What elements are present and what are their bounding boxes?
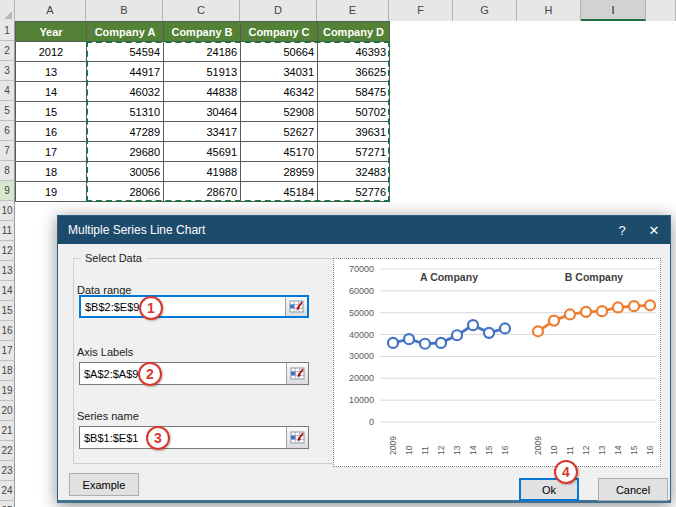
cell-B5[interactable]: 51310 [87, 102, 164, 122]
cell-C6[interactable]: 33417 [164, 122, 241, 142]
cell-B1[interactable]: Company A [87, 22, 164, 42]
svg-text:12: 12 [581, 445, 591, 455]
cancel-button[interactable]: Cancel [598, 478, 668, 501]
cell-C3[interactable]: 51913 [164, 62, 241, 82]
row-header-15[interactable]: 15 [0, 301, 15, 321]
cell-B4[interactable]: 46032 [87, 82, 164, 102]
column-header-A[interactable]: A [15, 0, 86, 21]
cell-B3[interactable]: 44917 [87, 62, 164, 82]
row-header-8[interactable]: 8 [0, 161, 15, 181]
cell-E8[interactable]: 32483 [318, 162, 390, 182]
row-header-7[interactable]: 7 [0, 141, 15, 161]
column-header-H[interactable]: H [517, 0, 581, 21]
row-header-14[interactable]: 14 [0, 281, 15, 301]
example-button[interactable]: Example [69, 473, 139, 496]
cell-C9[interactable]: 28670 [164, 182, 241, 202]
cell-A9[interactable]: 19 [16, 182, 87, 202]
column-header-F[interactable]: F [389, 0, 453, 21]
cell-C8[interactable]: 41988 [164, 162, 241, 182]
row-header-5[interactable]: 5 [0, 101, 15, 121]
cell-A8[interactable]: 18 [16, 162, 87, 182]
dialog-titlebar[interactable]: Multiple Series Line Chart ? ✕ [58, 216, 670, 244]
row-header-20[interactable]: 20 [0, 401, 15, 421]
column-header-D[interactable]: D [240, 0, 317, 21]
help-icon[interactable]: ? [606, 216, 638, 244]
cell-D7[interactable]: 45170 [241, 142, 318, 162]
cell-C2[interactable]: 24186 [164, 42, 241, 62]
step-2-badge: 2 [138, 362, 162, 386]
cell-B2[interactable]: 54594 [87, 42, 164, 62]
cell-A5[interactable]: 15 [16, 102, 87, 122]
cell-D8[interactable]: 28959 [241, 162, 318, 182]
row-header-21[interactable]: 21 [0, 421, 15, 441]
axis-labels-field [79, 362, 309, 385]
cell-E2[interactable]: 46393 [318, 42, 390, 62]
cell-C1[interactable]: Company B [164, 22, 241, 42]
column-header-partial[interactable] [646, 0, 676, 21]
cell-D5[interactable]: 52908 [241, 102, 318, 122]
row-header-11[interactable]: 11 [0, 221, 15, 241]
cell-D1[interactable]: Company C [241, 22, 318, 42]
row-header-18[interactable]: 18 [0, 361, 15, 381]
svg-text:11: 11 [420, 446, 430, 455]
row-header-13[interactable]: 13 [0, 261, 15, 281]
row-header-22[interactable]: 22 [0, 441, 15, 461]
row-header-25[interactable]: 25 [0, 501, 15, 507]
column-header-I[interactable]: I [581, 0, 646, 21]
svg-text:14: 14 [468, 445, 478, 455]
row-header-9[interactable]: 9 [0, 181, 15, 201]
row-header-6[interactable]: 6 [0, 121, 15, 141]
cell-E4[interactable]: 58475 [318, 82, 390, 102]
cell-B7[interactable]: 29680 [87, 142, 164, 162]
cell-B8[interactable]: 30056 [87, 162, 164, 182]
range-picker-icon[interactable] [286, 363, 308, 384]
cell-C5[interactable]: 30464 [164, 102, 241, 122]
cell-C7[interactable]: 45691 [164, 142, 241, 162]
cell-D2[interactable]: 50664 [241, 42, 318, 62]
cell-E7[interactable]: 57271 [318, 142, 390, 162]
row-header-17[interactable]: 17 [0, 341, 15, 361]
cell-A2[interactable]: 2012 [16, 42, 87, 62]
cell-D4[interactable]: 46342 [241, 82, 318, 102]
row-header-10[interactable]: 10 [0, 201, 15, 221]
column-header-C[interactable]: C [163, 0, 240, 21]
cell-C4[interactable]: 44838 [164, 82, 241, 102]
cell-D9[interactable]: 45184 [241, 182, 318, 202]
row-header-12[interactable]: 12 [0, 241, 15, 261]
column-header-B[interactable]: B [86, 0, 163, 21]
cell-E6[interactable]: 39631 [318, 122, 390, 142]
row-header-3[interactable]: 3 [0, 61, 15, 81]
svg-text:A Company: A Company [420, 271, 478, 283]
row-header-19[interactable]: 19 [0, 381, 15, 401]
svg-text:70000: 70000 [349, 264, 374, 274]
select-all-corner[interactable] [0, 0, 15, 21]
cell-A6[interactable]: 16 [16, 122, 87, 142]
row-header-1[interactable]: 1 [0, 21, 15, 41]
column-header-G[interactable]: G [453, 0, 517, 21]
cell-E1[interactable]: Company D [318, 22, 390, 42]
column-header-E[interactable]: E [317, 0, 389, 21]
row-header-16[interactable]: 16 [0, 321, 15, 341]
cell-E3[interactable]: 36625 [318, 62, 390, 82]
data-range-input[interactable] [81, 297, 285, 316]
cell-B9[interactable]: 28066 [87, 182, 164, 202]
cell-B6[interactable]: 47289 [87, 122, 164, 142]
range-picker-icon[interactable] [286, 427, 308, 448]
row-header-2[interactable]: 2 [0, 41, 15, 61]
row-header-4[interactable]: 4 [0, 81, 15, 101]
cell-A7[interactable]: 17 [16, 142, 87, 162]
cell-A1[interactable]: Year [16, 22, 87, 42]
series-name-input[interactable] [80, 427, 286, 448]
close-icon[interactable]: ✕ [638, 216, 670, 244]
range-picker-icon[interactable] [285, 297, 307, 316]
cell-E5[interactable]: 50702 [318, 102, 390, 122]
cell-D3[interactable]: 34031 [241, 62, 318, 82]
cell-E9[interactable]: 52776 [318, 182, 390, 202]
cell-D6[interactable]: 52627 [241, 122, 318, 142]
cell-A4[interactable]: 14 [16, 82, 87, 102]
axis-labels-input[interactable] [80, 363, 286, 384]
cell-A3[interactable]: 13 [16, 62, 87, 82]
refedit-icon [289, 300, 305, 314]
row-header-23[interactable]: 23 [0, 461, 15, 481]
row-header-24[interactable]: 24 [0, 481, 15, 501]
